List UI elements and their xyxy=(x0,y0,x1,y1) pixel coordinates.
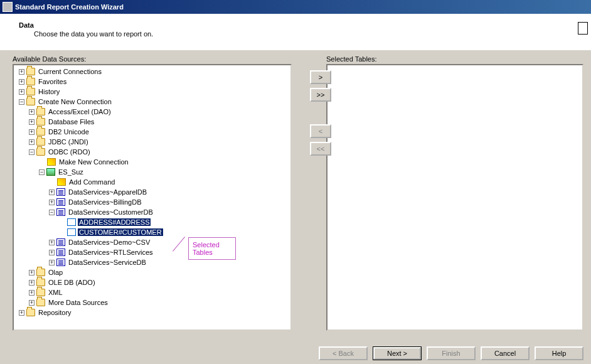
expand-toggle[interactable]: + xyxy=(49,260,55,265)
tree-item-label: Favorites xyxy=(37,78,68,85)
tree-item-label: DataServices~CustomerDB xyxy=(67,208,154,216)
tree-item-label: DataServices~Demo~CSV xyxy=(67,238,151,246)
tree-item[interactable]: +DataServices~Demo~CSV xyxy=(14,237,290,247)
tree-item[interactable]: +DB2 Unicode xyxy=(14,127,290,137)
remove-all-button[interactable]: << xyxy=(310,142,331,156)
expand-toggle[interactable]: + xyxy=(29,109,35,115)
expand-toggle[interactable]: + xyxy=(19,310,24,316)
folder-icon xyxy=(36,299,45,306)
folder-icon xyxy=(26,88,35,95)
tree-item[interactable]: +Olap xyxy=(14,267,290,277)
expand-toggle[interactable]: + xyxy=(29,280,35,286)
expand-toggle[interactable]: + xyxy=(19,69,24,75)
expand-toggle[interactable]: + xyxy=(29,270,35,276)
transfer-buttons: > >> < << xyxy=(310,70,331,156)
expand-toggle[interactable]: + xyxy=(29,300,35,306)
tree-item-label: CUSTOMER#CUSTOMER xyxy=(78,228,163,236)
folder-icon xyxy=(36,128,45,136)
tree-item[interactable]: −Create New Connection xyxy=(14,97,290,107)
tree-item[interactable]: −DataServices~CustomerDB xyxy=(14,207,290,217)
tree-item[interactable]: +Current Connections xyxy=(14,67,290,77)
finish-button[interactable]: Finish xyxy=(427,346,476,360)
available-label: Available Data Sources: xyxy=(13,55,292,63)
page-title: Data xyxy=(19,21,572,29)
tree-item-label: Access/Excel (DAO) xyxy=(47,108,112,115)
help-button[interactable]: Help xyxy=(535,346,583,360)
expand-toggle[interactable]: + xyxy=(49,200,55,205)
tree-item-label: DataServices~ApparelDB xyxy=(67,188,148,196)
available-data-sources-list[interactable]: +Current Connections+Favorites+History−C… xyxy=(13,64,292,331)
tree-item[interactable]: +DataServices~ServiceDB xyxy=(14,257,290,267)
tree-item-label: History xyxy=(37,88,61,95)
folder-icon xyxy=(36,108,45,115)
folder-icon xyxy=(26,309,35,316)
app-icon xyxy=(3,2,13,12)
tree-item[interactable]: +Repository xyxy=(14,308,290,318)
tree-item[interactable]: −ES_Suz xyxy=(14,167,290,177)
expand-toggle[interactable]: − xyxy=(29,149,35,155)
selected-tables-list[interactable] xyxy=(326,64,583,331)
tree-item[interactable]: CUSTOMER#CUSTOMER xyxy=(14,227,290,237)
tree-item[interactable]: +Database Files xyxy=(14,117,290,127)
tree-item-label: DataServices~RTLServices xyxy=(67,249,154,256)
tree-item[interactable]: +Access/Excel (DAO) xyxy=(14,107,290,117)
tree-item[interactable]: +DataServices~RTLServices xyxy=(14,247,290,257)
expand-toggle[interactable]: − xyxy=(49,210,55,215)
tree-item-label: DataServices~ServiceDB xyxy=(67,259,147,266)
window-title: Standard Report Creation Wizard xyxy=(15,3,124,11)
tree-item-label: Database Files xyxy=(47,118,95,126)
expand-toggle[interactable]: − xyxy=(39,169,45,175)
tree-item-label: DataServices~BillingDB xyxy=(67,198,142,206)
tree-item-label: ES_Suz xyxy=(57,168,85,176)
cancel-button[interactable]: Cancel xyxy=(481,346,530,360)
tree-item[interactable]: +More Data Sources xyxy=(14,297,290,308)
database-icon xyxy=(56,188,65,196)
table-icon xyxy=(67,218,76,226)
tree-item-label: Add Command xyxy=(68,178,116,186)
tree-item[interactable]: −ODBC (RDO) xyxy=(14,147,290,157)
connection-icon xyxy=(46,168,55,176)
tree-item-label: Repository xyxy=(37,309,73,316)
folder-icon xyxy=(36,118,45,126)
expand-toggle[interactable]: + xyxy=(49,240,55,245)
database-icon xyxy=(56,249,65,256)
tree-item-label: ODBC (RDO) xyxy=(47,148,92,156)
expand-toggle[interactable]: + xyxy=(29,119,35,125)
tree-item[interactable]: Add Command xyxy=(14,177,290,187)
expand-toggle[interactable]: + xyxy=(29,139,35,145)
tree-item[interactable]: +OLE DB (ADO) xyxy=(14,277,290,287)
remove-button[interactable]: < xyxy=(310,124,331,138)
expand-toggle[interactable]: − xyxy=(19,99,24,105)
tree-item[interactable]: +JDBC (JNDI) xyxy=(14,137,290,147)
back-button[interactable]: < Back xyxy=(319,346,368,360)
expand-toggle[interactable]: + xyxy=(19,79,24,85)
folder-icon xyxy=(36,138,45,146)
expand-toggle[interactable]: + xyxy=(49,250,55,255)
next-button[interactable]: Next > xyxy=(373,346,422,360)
expand-toggle[interactable]: + xyxy=(29,129,35,135)
tree-item[interactable]: +Favorites xyxy=(14,77,290,87)
tree-item-label: DB2 Unicode xyxy=(47,128,90,136)
tree-item[interactable]: +History xyxy=(14,87,290,97)
tree-item[interactable]: +DataServices~ApparelDB xyxy=(14,187,290,197)
tree-item-label: Current Connections xyxy=(37,68,103,75)
database-icon xyxy=(56,198,65,206)
tree-item[interactable]: ADDRESS#ADDRESS xyxy=(14,217,290,227)
tree-item-label: XML xyxy=(47,289,64,296)
expand-toggle[interactable]: + xyxy=(29,290,35,296)
tree-item-label: Make New Connection xyxy=(58,158,130,166)
wizard-footer: < Back Next > Finish Cancel Help xyxy=(319,346,583,360)
expand-toggle[interactable]: + xyxy=(49,190,55,195)
folder-icon xyxy=(26,78,35,85)
folder-icon xyxy=(26,98,35,105)
tree-item[interactable]: +DataServices~BillingDB xyxy=(14,197,290,207)
add-all-button[interactable]: >> xyxy=(310,88,331,102)
expand-toggle[interactable]: + xyxy=(19,89,24,95)
add-button[interactable]: > xyxy=(310,70,331,84)
tree-item[interactable]: +XML xyxy=(14,287,290,297)
tree-item-label: ADDRESS#ADDRESS xyxy=(78,218,151,226)
page-subtitle: Choose the data you want to report on. xyxy=(34,30,572,38)
tree-item[interactable]: Make New Connection xyxy=(14,157,290,167)
selected-label: Selected Tables: xyxy=(326,55,583,63)
wizard-icon xyxy=(47,158,56,166)
